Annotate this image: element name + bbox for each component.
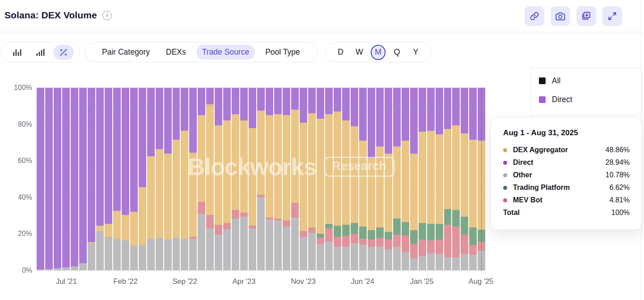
bar-Mar24[interactable] (334, 88, 341, 270)
segment-direct (308, 88, 316, 113)
bar-Jun24[interactable] (359, 88, 367, 270)
segment-mev-bot (478, 242, 485, 251)
bar-Feb24[interactable] (325, 88, 333, 270)
bar-May22[interactable] (147, 88, 155, 270)
segment-direct (189, 88, 197, 153)
chart-mode-stacked-bar-chart[interactable] (30, 45, 51, 60)
bar-Dec21[interactable] (105, 88, 112, 270)
bar-Nov24[interactable] (402, 88, 409, 270)
segment-direct (215, 88, 222, 125)
bar-Mar23[interactable] (232, 88, 239, 270)
bar-Apr24[interactable] (342, 88, 350, 270)
chart-tooltip: Aug 1 - Aug 31, 2025 DEX Aggregator48.86… (491, 117, 642, 230)
bar-Jul22[interactable] (164, 88, 172, 270)
header-divider (0, 32, 644, 32)
bar-Apr23[interactable] (240, 88, 248, 270)
segment-direct (181, 88, 188, 131)
bar-Mar25[interactable] (436, 88, 443, 270)
bar-Dec22[interactable] (206, 88, 214, 270)
bar-Jun21[interactable] (54, 88, 61, 270)
bar-Dec24[interactable] (410, 88, 418, 270)
segment-other (291, 218, 299, 270)
bar-Sep21[interactable] (79, 88, 87, 270)
bar-Aug24[interactable] (376, 88, 384, 270)
bar-May23[interactable] (249, 88, 256, 270)
period-q[interactable]: Q (390, 45, 404, 60)
segment-dex-aggregator (206, 104, 214, 215)
tooltip-row-mev-bot: MEV Bot4.81% (503, 194, 630, 206)
bar-Feb22[interactable] (122, 88, 129, 270)
tab-pool-type[interactable]: Pool Type (259, 45, 306, 60)
bar-Apr22[interactable] (139, 88, 146, 270)
bar-May21[interactable] (45, 88, 53, 270)
fullscreen-button[interactable] (602, 6, 622, 26)
legend-item-dex-aggregator[interactable]: DEX Aggregator (539, 112, 641, 116)
bar-Dec23[interactable] (308, 88, 316, 270)
info-icon[interactable]: i (102, 11, 112, 20)
bar-Jul21[interactable] (62, 88, 70, 270)
bar-Jan24[interactable] (317, 88, 324, 270)
bar-Jan22[interactable] (113, 88, 121, 270)
segment-dex-aggregator (444, 129, 452, 210)
bar-Oct24[interactable] (393, 88, 401, 270)
segment-mev-bot (410, 244, 418, 259)
bar-Aug23[interactable] (274, 88, 282, 270)
bar-Jun22[interactable] (156, 88, 163, 270)
segment-dex-aggregator (410, 154, 418, 230)
segment-dex-aggregator (385, 154, 392, 232)
bar-Mar22[interactable] (130, 88, 138, 270)
segment-mev-bot (376, 238, 384, 247)
bar-Feb25[interactable] (427, 88, 435, 270)
segment-trading-platform (410, 230, 418, 244)
bar-Jul23[interactable] (266, 88, 273, 270)
segment-dex-aggregator (139, 187, 146, 245)
bar-Nov22[interactable] (198, 88, 205, 270)
bar-Jul25[interactable] (469, 88, 477, 270)
segment-mev-bot (393, 235, 401, 247)
bar-Aug22[interactable] (173, 88, 180, 270)
segment-dex-aggregator (122, 215, 129, 240)
legend-item-direct[interactable]: Direct (539, 93, 641, 106)
bar-Sep22[interactable] (181, 88, 188, 270)
x-tick-Jul21: Jul '21 (56, 277, 77, 286)
segment-dex-aggregator (105, 224, 112, 237)
period-d[interactable]: D (333, 45, 348, 60)
legend-item-all[interactable]: All (539, 74, 641, 87)
chart-mode-bar-chart[interactable] (7, 45, 27, 60)
bar-Apr21[interactable] (37, 88, 44, 270)
bar-Oct21[interactable] (88, 88, 95, 270)
bar-Jun25[interactable] (461, 88, 468, 270)
bar-May24[interactable] (351, 88, 358, 270)
bar-Aug21[interactable] (71, 88, 78, 270)
bar-Nov21[interactable] (96, 88, 104, 270)
bar-Sep23[interactable] (283, 88, 290, 270)
export-image-button[interactable] (576, 6, 596, 26)
bar-Jan23[interactable] (215, 88, 222, 270)
bar-Jul24[interactable] (368, 88, 375, 270)
segment-mev-bot (427, 240, 435, 253)
period-w[interactable]: W (352, 45, 367, 60)
bar-Feb23[interactable] (223, 88, 231, 270)
bar-Apr25[interactable] (444, 88, 452, 270)
bar-Jan25[interactable] (419, 88, 426, 270)
chart-mode-percent-stacked[interactable] (53, 45, 74, 60)
bar-Sep24[interactable] (385, 88, 392, 270)
screenshot-button[interactable] (551, 6, 570, 26)
bar-Jun23[interactable] (257, 88, 265, 270)
segment-other (71, 266, 78, 270)
period-m[interactable]: M (371, 45, 386, 60)
segment-dex-aggregator (308, 113, 316, 227)
bar-Oct22[interactable] (189, 88, 197, 270)
segment-direct (105, 88, 112, 224)
tab-dexs[interactable]: DEXs (160, 45, 192, 60)
bar-Aug25[interactable] (478, 88, 485, 270)
copy-link-button[interactable] (525, 6, 544, 26)
bar-Oct23[interactable] (291, 88, 299, 270)
tab-trade-source[interactable]: Trade Source (196, 45, 255, 60)
bar-May25[interactable] (452, 88, 460, 270)
period-y[interactable]: Y (408, 45, 423, 60)
bar-Nov23[interactable] (300, 88, 307, 270)
tab-pair-category[interactable]: Pair Category (96, 45, 156, 60)
tooltip-rows: DEX Aggregator48.86%Direct28.94%Other10.… (503, 144, 630, 206)
segment-trading-platform (478, 230, 485, 242)
